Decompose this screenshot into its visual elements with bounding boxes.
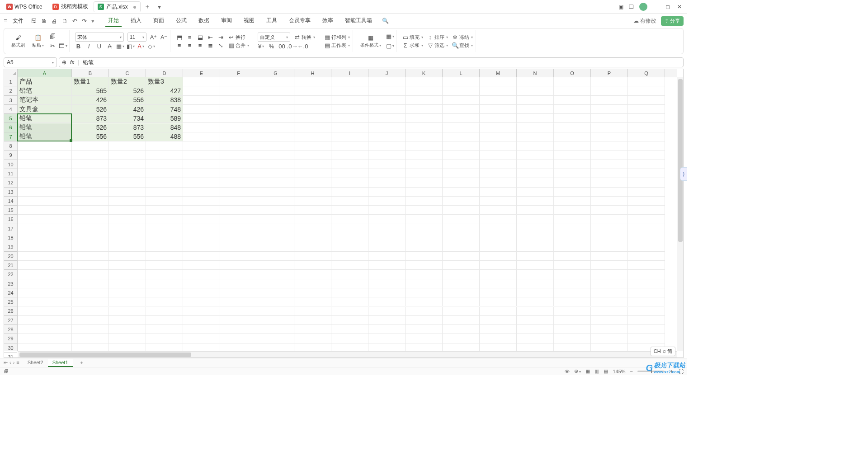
preview-icon[interactable]: 🗋 — [62, 18, 68, 24]
cell[interactable] — [72, 270, 109, 279]
cell[interactable] — [109, 215, 146, 224]
font-color-icon[interactable]: A — [137, 43, 144, 50]
cell[interactable] — [628, 77, 665, 86]
cell[interactable] — [183, 325, 220, 334]
cell[interactable] — [628, 279, 665, 288]
cell[interactable] — [220, 132, 257, 141]
cell[interactable] — [146, 242, 183, 251]
cell[interactable] — [368, 132, 406, 141]
sheet-first-icon[interactable]: ⇤ — [4, 360, 8, 366]
cell[interactable] — [331, 141, 368, 150]
cell[interactable] — [18, 307, 72, 316]
cell[interactable] — [72, 316, 109, 325]
cell[interactable] — [220, 77, 257, 86]
cell[interactable] — [517, 178, 554, 187]
convert-button[interactable]: ⇄转换 — [294, 34, 315, 41]
cell[interactable] — [368, 197, 406, 206]
file-menu[interactable]: 文件 — [10, 16, 26, 26]
cell[interactable] — [368, 252, 406, 261]
cell[interactable] — [331, 261, 368, 270]
cell[interactable] — [406, 307, 443, 316]
cell[interactable] — [220, 334, 257, 343]
cell[interactable] — [443, 160, 480, 169]
row-header[interactable]: 2 — [4, 86, 17, 95]
cell[interactable] — [628, 105, 665, 114]
cell[interactable] — [368, 224, 406, 233]
cell[interactable] — [480, 270, 517, 279]
cell[interactable] — [18, 215, 72, 224]
column-header[interactable]: P — [591, 69, 628, 77]
cell[interactable] — [368, 297, 406, 306]
cell[interactable] — [554, 334, 591, 343]
cell[interactable] — [109, 141, 146, 150]
cell[interactable] — [406, 105, 443, 114]
row-header[interactable]: 21 — [4, 261, 17, 270]
cell[interactable] — [443, 105, 480, 114]
view-normal-icon[interactable]: ▦ — [585, 368, 590, 374]
cell[interactable] — [72, 279, 109, 288]
cell[interactable] — [183, 178, 220, 187]
fill-color-icon[interactable]: ◧ — [127, 43, 134, 50]
cell[interactable] — [368, 188, 406, 197]
header-cell[interactable]: 产品 — [18, 77, 72, 86]
cell[interactable] — [368, 325, 406, 334]
cell[interactable] — [480, 188, 517, 197]
data-cell[interactable]: 铅笔 — [18, 114, 72, 123]
cell[interactable] — [257, 334, 294, 343]
cells-area[interactable]: 产品数量1数量2数量3铅笔565526427笔记本426556838文具盒526… — [18, 77, 677, 351]
cell[interactable] — [368, 261, 406, 270]
cell[interactable] — [480, 141, 517, 150]
cell[interactable] — [257, 297, 294, 306]
cell[interactable] — [628, 141, 665, 150]
cell[interactable] — [443, 86, 480, 95]
cell[interactable] — [368, 169, 406, 178]
cell[interactable] — [443, 316, 480, 325]
rowcol-button[interactable]: ▦行和列 — [324, 34, 350, 41]
cell[interactable] — [257, 224, 294, 233]
cell[interactable] — [517, 160, 554, 169]
cell[interactable] — [220, 197, 257, 206]
cell[interactable] — [368, 77, 406, 86]
cell[interactable] — [72, 224, 109, 233]
cell[interactable] — [480, 316, 517, 325]
cell[interactable] — [591, 307, 628, 316]
cell[interactable] — [183, 297, 220, 306]
cell[interactable] — [220, 160, 257, 169]
cell[interactable] — [368, 242, 406, 251]
cell[interactable] — [554, 233, 591, 242]
data-cell[interactable]: 873 — [109, 123, 146, 132]
cell[interactable] — [294, 233, 331, 242]
cell[interactable] — [554, 288, 591, 297]
header-cell[interactable]: 数量3 — [146, 77, 183, 86]
cell[interactable] — [406, 224, 443, 233]
sheet-next-icon[interactable]: › — [13, 360, 15, 366]
cell[interactable] — [109, 261, 146, 270]
data-cell[interactable]: 526 — [109, 86, 146, 95]
merge-button[interactable]: ▥合并 — [228, 42, 249, 49]
column-header[interactable]: B — [72, 69, 109, 77]
cell[interactable] — [18, 252, 72, 261]
cell[interactable] — [257, 325, 294, 334]
cell[interactable] — [443, 297, 480, 306]
cell[interactable] — [628, 114, 665, 123]
data-cell[interactable]: 556 — [109, 96, 146, 105]
row-header[interactable]: 25 — [4, 297, 17, 306]
cell[interactable] — [628, 242, 665, 251]
cell[interactable] — [480, 215, 517, 224]
cell[interactable] — [331, 215, 368, 224]
cell[interactable] — [109, 297, 146, 306]
cell[interactable] — [406, 206, 443, 215]
cell[interactable] — [109, 206, 146, 215]
cell[interactable] — [628, 261, 665, 270]
cell[interactable] — [628, 86, 665, 95]
cell[interactable] — [220, 233, 257, 242]
fx-icon[interactable]: fx — [70, 59, 74, 66]
row-header[interactable]: 9 — [4, 150, 17, 160]
cell[interactable] — [406, 96, 443, 105]
cell[interactable] — [257, 215, 294, 224]
cell[interactable] — [183, 242, 220, 251]
cell[interactable] — [480, 279, 517, 288]
sheet-list-icon[interactable]: ≡ — [16, 360, 19, 366]
cell[interactable] — [554, 96, 591, 105]
cell[interactable] — [183, 114, 220, 123]
